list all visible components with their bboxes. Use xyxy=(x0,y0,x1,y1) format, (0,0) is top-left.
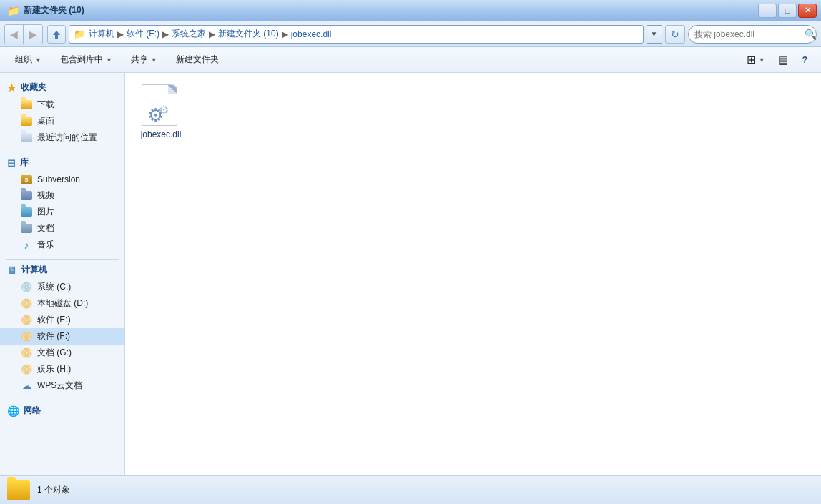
view-toggle-icon: ▤ xyxy=(778,54,788,66)
sidebar-item-subversion[interactable]: S Subversion xyxy=(0,172,124,187)
search-input[interactable] xyxy=(694,29,802,39)
sidebar-section-header-computer[interactable]: 🖥 计算机 xyxy=(0,261,124,279)
path-item-drive[interactable]: 软件 (F:) xyxy=(127,28,159,40)
minimize-button[interactable]: ─ xyxy=(758,4,777,18)
sidebar-section-computer: 🖥 计算机 💿 系统 (C:) 📀 本地磁盘 (D:) 📀 软件 (E:) xyxy=(0,261,124,394)
sidebar-item-documents[interactable]: 文档 xyxy=(0,220,124,237)
sidebar-item-wps-cloud[interactable]: ☁ WPS云文档 xyxy=(0,377,124,394)
drive-f-icon: 📀 xyxy=(20,331,33,342)
address-bar: ◀ ▶ 📁 计算机 ▶ 软件 (F:) ▶ 系统之家 ▶ 新建文件夹 (10) … xyxy=(0,21,821,47)
download-label: 下载 xyxy=(37,99,54,111)
view-toggle-button[interactable]: ▤ xyxy=(773,50,793,70)
sidebar-item-desktop[interactable]: 桌面 xyxy=(0,113,124,129)
path-item-computer[interactable]: 计算机 xyxy=(89,28,114,40)
drive-d-icon: 📀 xyxy=(20,298,33,310)
view-options-arrow: ▼ xyxy=(759,56,765,64)
sidebar-item-drive-e[interactable]: 📀 软件 (E:) xyxy=(0,312,124,328)
share-arrow: ▼ xyxy=(151,56,157,64)
star-icon: ★ xyxy=(7,82,16,94)
title-bar-left: 📁 新建文件夹 (10) xyxy=(7,4,84,16)
drive-f-label: 软件 (F:) xyxy=(37,330,70,342)
new-folder-label: 新建文件夹 xyxy=(176,54,219,66)
sidebar-item-drive-c[interactable]: 💿 系统 (C:) xyxy=(0,279,124,295)
music-label: 音乐 xyxy=(37,239,54,251)
computer-icon: 🖥 xyxy=(7,265,17,276)
sidebar-section-header-network[interactable]: 🌐 网络 xyxy=(0,402,124,420)
sidebar-item-drive-h[interactable]: 📀 娱乐 (H:) xyxy=(0,361,124,377)
drive-g-icon: 📀 xyxy=(20,347,33,359)
sidebar-item-music[interactable]: ♪ 音乐 xyxy=(0,237,124,253)
share-button[interactable]: 共享 ▼ xyxy=(123,50,165,70)
organize-button[interactable]: 组织 ▼ xyxy=(7,50,49,70)
address-dropdown[interactable]: ▼ xyxy=(647,25,662,44)
status-text: 1 个对象 xyxy=(37,484,70,496)
include-in-library-button[interactable]: 包含到库中 ▼ xyxy=(52,50,120,70)
file-item-jobexec[interactable]: ⚙ ⚙ jobexec.dll xyxy=(132,80,190,144)
sidebar-item-drive-f[interactable]: 📀 软件 (F:) xyxy=(0,328,124,345)
computer-label: 计算机 xyxy=(21,264,47,276)
path-item-file[interactable]: jobexec.dll xyxy=(291,29,332,39)
back-button[interactable]: ◀ xyxy=(5,25,24,44)
address-path: 📁 计算机 ▶ 软件 (F:) ▶ 系统之家 ▶ 新建文件夹 (10) ▶ jo… xyxy=(74,28,331,40)
share-label: 共享 xyxy=(131,54,148,66)
refresh-button[interactable]: ↻ xyxy=(665,25,685,44)
video-label: 视频 xyxy=(37,189,54,202)
include-label: 包含到库中 xyxy=(60,54,103,66)
desktop-label: 桌面 xyxy=(37,115,54,127)
gear-small-icon: ⚙ xyxy=(159,104,169,116)
libraries-label: 库 xyxy=(20,157,29,169)
sidebar-item-video[interactable]: 视频 xyxy=(0,187,124,204)
forward-button[interactable]: ▶ xyxy=(24,25,42,44)
status-bar: 1 个对象 xyxy=(0,475,821,504)
sidebar-item-recent[interactable]: 最近访问的位置 xyxy=(0,129,124,146)
view-options-button[interactable]: ⊞ ▼ xyxy=(742,50,770,70)
new-folder-button[interactable]: 新建文件夹 xyxy=(168,50,227,70)
video-icon xyxy=(20,190,33,202)
window-controls: ─ □ ✕ xyxy=(758,4,817,18)
sidebar-section-network: 🌐 网络 xyxy=(0,402,124,420)
images-icon xyxy=(20,207,33,218)
favorites-label: 收藏夹 xyxy=(21,81,46,94)
path-item-folder1[interactable]: 系统之家 xyxy=(172,28,206,40)
organize-arrow: ▼ xyxy=(35,56,41,64)
main-content: ★ 收藏夹 下载 桌面 xyxy=(0,73,821,475)
wps-cloud-label: WPS云文档 xyxy=(37,380,82,392)
music-icon: ♪ xyxy=(20,239,33,251)
sidebar-section-header-libraries[interactable]: ⊟ 库 xyxy=(0,154,124,172)
drive-d-label: 本地磁盘 (D:) xyxy=(37,297,88,310)
sidebar-item-images[interactable]: 图片 xyxy=(0,204,124,220)
path-item-folder2[interactable]: 新建文件夹 (10) xyxy=(218,28,279,40)
desktop-folder-icon xyxy=(20,116,33,127)
drive-h-label: 娱乐 (H:) xyxy=(37,363,71,375)
subversion-label: Subversion xyxy=(37,174,80,184)
sidebar-item-download[interactable]: 下载 xyxy=(0,97,124,113)
drive-h-icon: 📀 xyxy=(20,364,33,375)
network-label: 网络 xyxy=(24,405,41,417)
cloud-icon: ☁ xyxy=(20,380,33,392)
sidebar-section-header-favorites[interactable]: ★ 收藏夹 xyxy=(0,79,124,97)
divider-3 xyxy=(6,400,119,400)
status-folder-icon xyxy=(7,480,30,500)
images-label: 图片 xyxy=(37,206,54,218)
close-button[interactable]: ✕ xyxy=(798,4,817,18)
search-icon[interactable]: 🔍 xyxy=(805,29,817,40)
divider-1 xyxy=(6,152,119,152)
sidebar: ★ 收藏夹 下载 桌面 xyxy=(0,73,125,475)
sidebar-item-drive-d[interactable]: 📀 本地磁盘 (D:) xyxy=(0,295,124,312)
sidebar-item-drive-g[interactable]: 📀 文档 (G:) xyxy=(0,345,124,361)
address-input-wrap[interactable]: 📁 计算机 ▶ 软件 (F:) ▶ 系统之家 ▶ 新建文件夹 (10) ▶ jo… xyxy=(69,25,644,44)
sidebar-section-libraries: ⊟ 库 S Subversion 视频 xyxy=(0,154,124,253)
nav-arrows: ◀ ▶ xyxy=(4,24,43,44)
view-options-icon: ⊞ xyxy=(747,53,756,66)
recent-icon xyxy=(20,132,33,144)
include-arrow: ▼ xyxy=(106,56,112,64)
organize-label: 组织 xyxy=(15,54,32,66)
documents-label: 文档 xyxy=(37,222,54,234)
help-button[interactable]: ? xyxy=(796,50,814,70)
path-icon: 📁 xyxy=(74,29,85,39)
maximize-button[interactable]: □ xyxy=(778,4,797,18)
recent-label: 最近访问的位置 xyxy=(37,132,97,144)
search-wrap: 🔍 xyxy=(688,25,817,44)
drive-c-icon: 💿 xyxy=(20,282,33,293)
up-button[interactable] xyxy=(47,25,66,44)
